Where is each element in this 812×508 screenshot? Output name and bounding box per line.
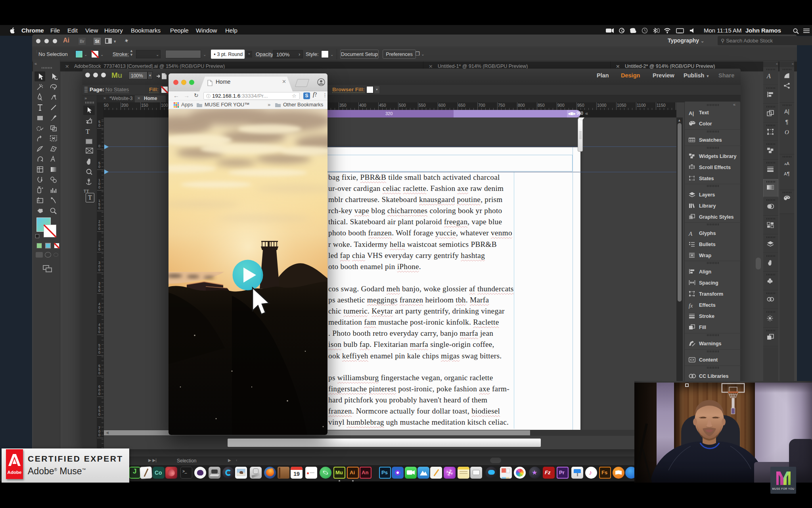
- svg-text:Adobe: Adobe: [8, 470, 22, 475]
